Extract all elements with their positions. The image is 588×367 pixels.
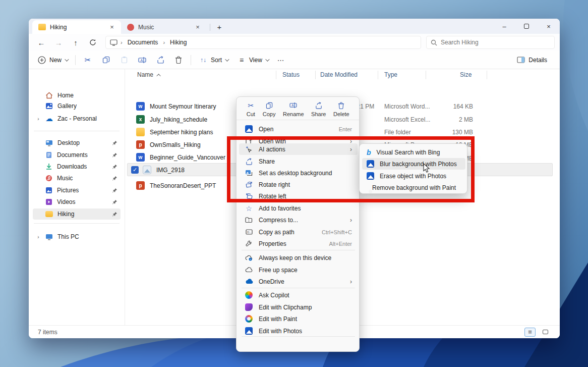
menu-item-always-keep-on-device[interactable]: Always keep on this device	[239, 252, 358, 264]
sidebar-item-this-pc[interactable]: › This PC	[33, 231, 121, 242]
chevron-down-icon	[265, 57, 269, 61]
sidebar-item-documents[interactable]: Documents	[33, 149, 121, 161]
share-button[interactable]: Share	[311, 101, 326, 117]
column-name[interactable]: Name	[137, 71, 161, 78]
menu-separator	[242, 288, 355, 288]
details-view-toggle[interactable]: ≡	[524, 328, 536, 337]
close-tab-icon[interactable]: ×	[194, 23, 202, 31]
sidebar-item-label: Desktop	[57, 139, 80, 146]
search-input[interactable]: Search Hiking	[426, 36, 555, 49]
menu-item-open[interactable]: Open Enter	[239, 123, 358, 135]
minimize-button[interactable]: –	[493, 19, 515, 34]
sidebar-item-music[interactable]: Music	[33, 173, 121, 184]
menu-item-copy-as-path[interactable]: D:.. Copy as path Ctrl+Shift+C	[239, 226, 358, 238]
close-tab-icon[interactable]: ×	[108, 23, 116, 31]
powerpoint-file-icon: p	[136, 140, 145, 149]
quick-actions-row: ✂ Cut Copy A Rename Share Delete	[237, 97, 359, 120]
thumbnail-view-toggle[interactable]	[540, 328, 551, 337]
breadcrumb[interactable]: › Documents › Hiking	[105, 36, 421, 49]
file-type: Microsoft Excel...	[384, 116, 430, 123]
sidebar-item-label: Zac - Personal	[57, 115, 97, 122]
rename-button[interactable]: A	[133, 53, 151, 68]
file-row[interactable]: w Beginner_Guide_Vancouver	[136, 151, 225, 164]
menu-item-onedrive[interactable]: OneDrive ›	[239, 276, 358, 287]
delete-button[interactable]	[169, 53, 188, 68]
gallery-icon	[45, 102, 53, 110]
rename-button[interactable]: A Rename	[283, 101, 304, 117]
details-button-label: Details	[528, 57, 547, 64]
close-button[interactable]: ×	[538, 19, 560, 34]
refresh-icon	[89, 39, 96, 46]
tab-music[interactable]: Music ×	[121, 20, 207, 34]
forward-button[interactable]: →	[51, 36, 66, 49]
tab-hiking[interactable]: Hiking ×	[32, 20, 121, 34]
cut-button[interactable]: ✂ Cut	[246, 101, 255, 117]
file-row-selected[interactable]: ✓ IMG_2918	[131, 164, 185, 176]
menu-item-compress-to[interactable]: Compress to... ›	[239, 214, 358, 226]
file-row[interactable]: p OwnSmalls_Hiking	[136, 138, 201, 151]
new-tab-button[interactable]: +	[213, 21, 225, 33]
command-toolbar: New ✂ A	[29, 51, 560, 69]
menu-item-free-up-space[interactable]: Free up space	[239, 264, 358, 276]
sidebar-item-videos[interactable]: Videos	[33, 196, 121, 207]
column-status[interactable]: Status	[282, 71, 300, 78]
file-name: Mount Seymour Itinerary	[150, 103, 216, 110]
menu-item-ask-copilot[interactable]: Ask Copilot	[239, 289, 358, 301]
sidebar-item-hiking[interactable]: Hiking	[33, 208, 121, 220]
sort-button[interactable]: ↑↓ Sort	[194, 53, 232, 68]
share-button[interactable]	[151, 53, 169, 68]
item-count: 7 items	[38, 329, 57, 336]
back-button[interactable]: ←	[34, 36, 49, 49]
column-date-modified[interactable]: Date Modified	[320, 71, 358, 78]
cut-button[interactable]: ✂	[79, 53, 97, 68]
onedrive-cloud-icon: ☁	[45, 114, 53, 123]
file-row[interactable]: w Mount Seymour Itinerary	[136, 100, 216, 113]
sidebar-item-label: Music	[57, 175, 73, 182]
sidebar-divider	[34, 131, 120, 131]
menu-item-edit-with-photos[interactable]: Edit with Photos	[239, 325, 358, 337]
file-row[interactable]: September hiking plans	[136, 126, 213, 138]
file-row[interactable]: x July_hiking_schedule	[136, 113, 207, 126]
view-button[interactable]: ≡ View	[232, 53, 273, 68]
sidebar-item-onedrive-personal[interactable]: › ☁ Zac - Personal	[33, 113, 121, 124]
up-button[interactable]: ↑	[68, 36, 83, 49]
breadcrumb-documents[interactable]: Documents	[126, 38, 160, 47]
sidebar-item-label: Home	[57, 92, 74, 99]
sidebar-item-desktop[interactable]: Desktop	[33, 137, 121, 148]
trash-icon	[174, 56, 183, 65]
view-button-label: View	[249, 57, 262, 64]
expand-chevron-icon[interactable]: ›	[36, 116, 41, 122]
more-options-button[interactable]: ⋯	[273, 53, 289, 67]
context-menu: ✂ Cut Copy A Rename Share Delete	[236, 96, 360, 352]
column-size[interactable]: Size	[460, 71, 472, 78]
refresh-button[interactable]	[85, 36, 100, 49]
sidebar-item-pictures[interactable]: Pictures	[33, 185, 121, 196]
file-row[interactable]: p TheSonoranDesert_PPT	[136, 179, 216, 192]
word-file-icon: w	[136, 102, 145, 111]
menu-item-add-to-favorites[interactable]: ☆ Add to favorites	[239, 202, 358, 214]
details-pane-button[interactable]: Details	[512, 53, 552, 68]
share-icon	[156, 56, 165, 65]
breadcrumb-hiking[interactable]: Hiking	[168, 38, 189, 47]
sidebar-item-downloads[interactable]: Downloads	[33, 161, 121, 172]
sidebar-item-label: Downloads	[57, 163, 87, 170]
checkbox-checked-icon[interactable]: ✓	[131, 166, 139, 174]
paste-button[interactable]	[115, 53, 133, 68]
sidebar-item-home[interactable]: Home	[33, 90, 121, 101]
sidebar-item-gallery[interactable]: Gallery	[33, 100, 121, 112]
menu-item-edit-with-paint[interactable]: Edit with Paint	[239, 313, 358, 325]
sidebar-item-label: Hiking	[57, 211, 74, 218]
new-button[interactable]: New	[33, 53, 72, 68]
delete-button[interactable]: Delete	[333, 101, 349, 117]
breadcrumb-chevron-icon: ›	[163, 39, 165, 45]
trash-icon	[337, 101, 346, 110]
menu-item-properties[interactable]: Properties Alt+Enter	[239, 238, 358, 249]
expand-chevron-icon[interactable]: ›	[36, 234, 41, 240]
maximize-button[interactable]	[515, 19, 538, 34]
column-type[interactable]: Type	[384, 71, 397, 78]
copy-button[interactable]	[97, 53, 115, 68]
menu-item-edit-with-clipchamp[interactable]: Edit with Clipchamp	[239, 301, 358, 313]
zip-folder-icon	[245, 217, 253, 223]
this-pc-icon	[110, 39, 117, 46]
copy-button[interactable]: Copy	[263, 101, 276, 117]
